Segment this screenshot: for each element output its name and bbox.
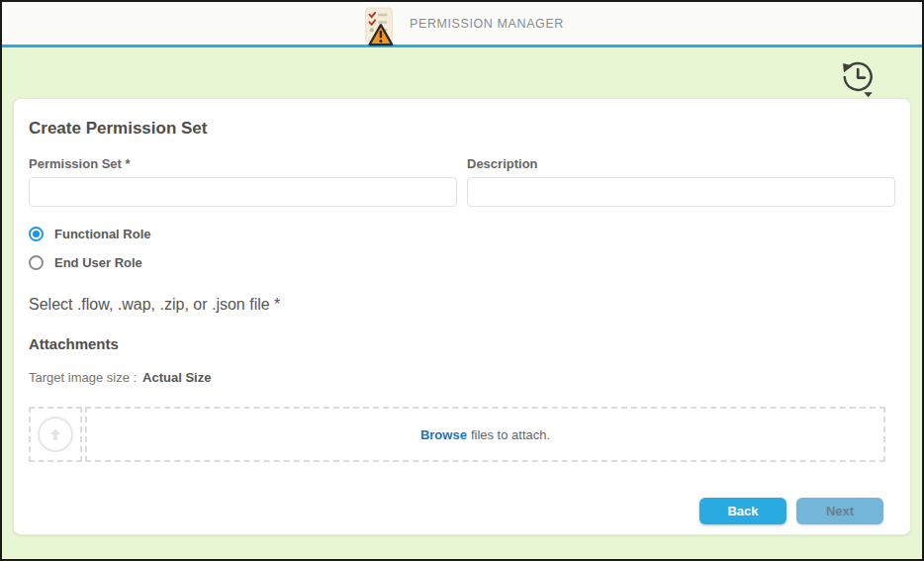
create-permission-set-card: Create Permission Set Permission Set * D… — [13, 98, 911, 535]
target-image-size-label: Target image size : — [29, 370, 137, 385]
main-area: Create Permission Set Permission Set * D… — [2, 47, 922, 561]
radio-end-user-role-label: End User Role — [54, 255, 142, 270]
attachment-dropzone: Browse files to attach. — [29, 407, 895, 462]
permission-set-label: Permission Set * — [29, 156, 457, 171]
upload-button[interactable] — [29, 407, 82, 462]
back-button[interactable]: Back — [699, 498, 786, 524]
radio-functional-role[interactable]: Functional Role — [29, 227, 151, 241]
attachments-heading: Attachments — [29, 335, 895, 352]
radio-selected-icon[interactable] — [29, 227, 44, 241]
file-select-label: Select .flow, .wap, .zip, or .json file … — [29, 296, 895, 314]
history-clock-icon[interactable] — [835, 55, 878, 99]
upload-arrow-icon — [38, 417, 73, 452]
description-input[interactable] — [467, 177, 895, 207]
chevron-down-icon — [864, 92, 873, 97]
radio-end-user-role[interactable]: End User Role — [29, 255, 142, 270]
checklist-warning-icon — [360, 7, 398, 47]
file-drop-area[interactable]: Browse files to attach. — [85, 407, 885, 462]
role-radio-group: Functional Role End User Role — [29, 227, 895, 270]
card-title: Create Permission Set — [29, 119, 895, 139]
radio-functional-role-label: Functional Role — [54, 227, 151, 241]
next-button[interactable]: Next — [796, 498, 883, 524]
target-image-size-value: Actual Size — [142, 370, 211, 385]
permission-set-input[interactable] — [29, 177, 457, 207]
description-label: Description — [467, 156, 895, 171]
app-window: PERMISSION MANAGER Create Permission Set… — [0, 0, 924, 561]
target-image-size: Target image size :Actual Size — [29, 370, 895, 385]
page-title: PERMISSION MANAGER — [410, 17, 564, 31]
app-header: PERMISSION MANAGER — [2, 2, 922, 45]
browse-link[interactable]: Browse — [420, 427, 467, 442]
drop-area-text: files to attach. — [471, 427, 550, 442]
radio-unselected-icon[interactable] — [29, 255, 44, 270]
